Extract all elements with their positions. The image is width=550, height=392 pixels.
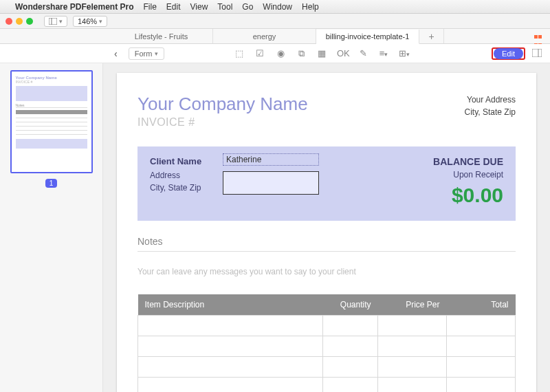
chevron-down-icon: ▾ <box>99 18 102 25</box>
app-grid-icon[interactable] <box>534 32 542 41</box>
chevron-down-icon: ▾ <box>59 18 63 25</box>
col-quantity: Quantity <box>323 294 378 316</box>
back-button[interactable]: ‹ <box>110 48 122 59</box>
table-row[interactable] <box>138 316 516 336</box>
button-tool-icon[interactable]: OK <box>337 48 348 59</box>
sidebar-toggle-button[interactable]: ▾ <box>44 16 67 27</box>
form-tool-icons: ⬚ ☑ ◉ ⧉ ▦ OK ✎ ≡▾ ⊞▾ <box>234 48 410 59</box>
menu-view[interactable]: View <box>190 2 208 12</box>
table-row[interactable] <box>138 336 516 357</box>
menu-help[interactable]: Help <box>302 2 319 12</box>
window-controls <box>6 18 33 25</box>
your-address-line1: Your Address <box>465 94 516 106</box>
textfield-tool-icon[interactable]: ⬚ <box>234 48 245 59</box>
radio-tool-icon[interactable]: ◉ <box>275 48 286 59</box>
align-tool-icon[interactable]: ≡▾ <box>378 48 389 59</box>
close-window-icon[interactable] <box>6 18 12 25</box>
company-name: Your Company Name <box>138 94 308 115</box>
option-bar: ‹ Form ▾ ⬚ ☑ ◉ ⧉ ▦ OK ✎ ≡▾ ⊞▾ Edit <box>0 44 550 63</box>
window-toolbar: ▾ 146% ▾ <box>0 14 550 29</box>
invoice-number-label: INVOICE # <box>138 116 308 129</box>
client-name-field[interactable] <box>223 153 319 166</box>
notes-heading: Notes <box>138 236 516 247</box>
table-row[interactable] <box>138 357 516 378</box>
tab-lifestyle-fruits[interactable]: Lifestyle - Fruits <box>110 29 213 43</box>
table-row[interactable] <box>138 378 516 393</box>
notes-divider <box>138 251 516 252</box>
menu-edit[interactable]: Edit <box>166 2 181 12</box>
page-number-badge: 1 <box>45 179 58 188</box>
svg-rect-2 <box>532 49 542 57</box>
menu-tool[interactable]: Tool <box>217 2 232 12</box>
checkbox-tool-icon[interactable]: ☑ <box>254 48 265 59</box>
your-address-line2: City, State Zip <box>465 106 516 118</box>
document-tabs: Lifestyle - Fruits energy billing-invoic… <box>0 29 550 44</box>
new-tab-button[interactable]: + <box>419 29 444 43</box>
document-viewport[interactable]: Your Company Name INVOICE # Your Address… <box>103 63 550 392</box>
balance-due-label: BALANCE DUE <box>433 156 503 167</box>
menu-file[interactable]: File <box>144 2 157 12</box>
chevron-down-icon: ▾ <box>155 50 158 57</box>
notes-placeholder-text: Your can leave any messages you want to … <box>138 267 516 276</box>
upon-receipt-label: Upon Receipt <box>433 170 503 179</box>
listbox-tool-icon[interactable]: ▦ <box>316 48 327 59</box>
form-mode-dropdown[interactable]: Form ▾ <box>129 47 165 60</box>
page-thumbnail-1[interactable]: Your Company Name INVOICE # Notes <box>10 70 93 173</box>
thumbnail-sidebar: Your Company Name INVOICE # Notes 1 <box>0 63 103 392</box>
combobox-tool-icon[interactable]: ⧉ <box>296 48 307 59</box>
tab-billing-invoice[interactable]: billing-invoice-template-1 <box>316 30 419 44</box>
edit-button[interactable]: Edit <box>494 48 523 59</box>
line-items-table: Item Description Quantity Price Per Tota… <box>138 294 516 392</box>
menu-go[interactable]: Go <box>242 2 253 12</box>
client-balance-box: Client Name Address City, State Zip BALA… <box>138 146 516 221</box>
minimize-window-icon[interactable] <box>16 18 23 25</box>
col-total: Total <box>447 294 516 316</box>
pdf-page: Your Company Name INVOICE # Your Address… <box>117 73 536 392</box>
col-item-description: Item Description <box>138 294 323 316</box>
svg-rect-0 <box>49 18 57 25</box>
menu-window[interactable]: Window <box>263 2 292 12</box>
distribute-tool-icon[interactable]: ⊞▾ <box>399 48 410 59</box>
signature-tool-icon[interactable]: ✎ <box>358 48 368 59</box>
app-name[interactable]: Wondershare PDFelement Pro <box>15 2 134 12</box>
form-mode-label: Form <box>135 50 153 58</box>
zoom-dropdown[interactable]: 146% ▾ <box>73 16 107 27</box>
col-price-per: Price Per <box>378 294 447 316</box>
sidebar-icon <box>49 18 57 25</box>
zoom-value: 146% <box>78 17 97 25</box>
main-area: Your Company Name INVOICE # Notes 1 Your… <box>0 63 550 392</box>
client-address-field[interactable] <box>223 171 319 195</box>
edit-button-highlight: Edit <box>492 47 525 60</box>
balance-amount: $0.00 <box>433 184 503 207</box>
panel-toggle-icon[interactable] <box>532 48 542 59</box>
tab-energy[interactable]: energy <box>213 29 316 43</box>
your-address-block: Your Address City, State Zip <box>465 94 516 118</box>
fullscreen-window-icon[interactable] <box>26 18 33 25</box>
macos-menubar: Wondershare PDFelement Pro File Edit Vie… <box>0 0 550 14</box>
